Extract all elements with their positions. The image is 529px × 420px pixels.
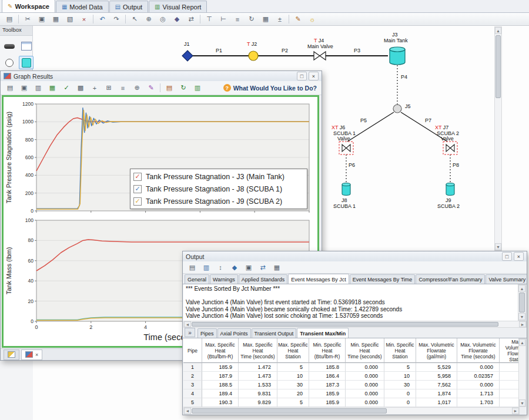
junction-label[interactable]: Main Valve: [307, 43, 333, 49]
pipe-label[interactable]: P3: [354, 48, 360, 53]
table-row[interactable]: 4189.49.83120185.90.00001,8741.713: [183, 389, 520, 398]
refresh-icon[interactable]: ↻: [177, 82, 190, 94]
tab-model-data[interactable]: ▦Model Data: [56, 1, 109, 12]
junction-J7-valve-icon[interactable]: [443, 142, 457, 154]
scroll-up-icon[interactable]: ▲: [519, 339, 525, 346]
format-icon[interactable]: ✎: [145, 82, 158, 94]
junction-label[interactable]: XT J7: [435, 125, 448, 130]
output-window-titlebar[interactable]: Output □ ×: [183, 251, 527, 262]
paste-icon[interactable]: ▦: [49, 14, 62, 25]
table-vertical-scrollbar[interactable]: ▲ ▼: [518, 338, 526, 407]
column-header[interactable]: Max. SpecificHeat(Btu/lbm-R): [202, 338, 239, 363]
restore-window-icon[interactable]: □: [502, 252, 512, 261]
column-header[interactable]: Max. SpecificHeatTime (seconds): [239, 338, 277, 363]
close-window-icon[interactable]: ×: [309, 72, 319, 80]
duplicate-icon[interactable]: ▧: [63, 14, 76, 25]
highlight-icon[interactable]: ☼: [306, 14, 319, 25]
table-tab-pipes[interactable]: Pipes: [197, 328, 217, 338]
delete-icon[interactable]: ×: [78, 14, 91, 25]
scroll-left-icon[interactable]: ◄: [184, 321, 191, 327]
scrollbar-thumb[interactable]: [192, 408, 387, 414]
pipe-label[interactable]: P7: [425, 117, 431, 123]
tab-visual-report[interactable]: ▥Visual Report: [149, 1, 207, 12]
junction-label[interactable]: J9: [446, 197, 451, 203]
pipe-label[interactable]: P1: [216, 48, 222, 53]
undo-icon[interactable]: ↶: [96, 14, 109, 25]
export-data-icon[interactable]: ▥: [32, 82, 45, 94]
help-prompt[interactable]: ? What Would You Like to Do?: [223, 84, 319, 92]
annotation-icon[interactable]: ✎: [292, 14, 304, 25]
scroll-down-icon[interactable]: ▼: [518, 313, 525, 320]
scroll-up-icon[interactable]: ▲: [495, 27, 501, 34]
junction-label[interactable]: Main Tank: [384, 38, 408, 43]
grid-lines-icon[interactable]: ≡: [116, 82, 129, 94]
legend-checkbox[interactable]: ✓: [133, 173, 142, 181]
junction-label[interactable]: J5: [405, 103, 411, 109]
junction-J1-assigned-pressure-icon[interactable]: [182, 51, 193, 61]
column-header[interactable]: Max. VolumetricFlowrateStation: [500, 338, 520, 363]
graph-tab-1[interactable]: [4, 350, 19, 360]
overview-map-icon[interactable]: ⇄: [185, 14, 197, 25]
column-header[interactable]: Max. VolumetricFlowrate(gal/min): [416, 338, 457, 363]
pipe-label[interactable]: P8: [453, 162, 459, 168]
legend-checkbox[interactable]: ✓: [133, 185, 142, 193]
messages-vertical-scrollbar[interactable]: ▲ ▼: [518, 284, 526, 321]
table-tab-transient-output[interactable]: Transient Output: [252, 328, 297, 338]
output-tab-valve-summary[interactable]: Valve Summary: [486, 274, 527, 284]
annotation-tool[interactable]: [19, 39, 34, 53]
sort-icon[interactable]: ↕: [214, 261, 227, 273]
select-arrow-icon[interactable]: ↖: [128, 14, 141, 25]
parameters-icon[interactable]: ✓: [60, 82, 73, 94]
grid-icon[interactable]: ▦: [259, 14, 272, 25]
junction-label[interactable]: T J2: [247, 41, 257, 47]
scrollbar-thumb[interactable]: [192, 322, 498, 327]
column-header[interactable]: Min. SpecificHeatStation: [384, 338, 416, 363]
junction-label[interactable]: J8: [341, 197, 347, 203]
restore-window-icon[interactable]: □: [297, 72, 307, 80]
scroll-left-icon[interactable]: ◄: [184, 408, 191, 414]
pipe-label[interactable]: P2: [282, 48, 288, 53]
pipe-P5[interactable]: [347, 112, 394, 142]
print-output-icon[interactable]: ▥: [200, 261, 213, 273]
save-graph-icon[interactable]: ▥: [191, 82, 204, 94]
close-tab-icon[interactable]: ×: [35, 352, 38, 358]
find-icon[interactable]: ◆: [170, 14, 183, 25]
rotate-icon[interactable]: ↻: [245, 14, 258, 25]
print-graph-icon[interactable]: ▤: [163, 82, 176, 94]
column-header[interactable]: Min. SpecificHeat(Btu/lbm-R): [309, 338, 346, 363]
cut-icon[interactable]: ✂: [21, 14, 34, 25]
table-tab-axial-points[interactable]: Axial Points: [217, 328, 251, 338]
pipe-drawing-icon[interactable]: ⊢: [217, 14, 230, 25]
align-icon[interactable]: ⊤: [203, 14, 216, 25]
output-tab-general[interactable]: General: [185, 274, 209, 284]
junction-label[interactable]: T J4: [314, 38, 324, 43]
column-header[interactable]: Min. SpecificHeatTime (seconds): [346, 338, 384, 363]
column-header[interactable]: Pipe: [183, 338, 202, 363]
tab-output[interactable]: ▤Output: [109, 1, 148, 12]
column-header[interactable]: Max. SpecificHeatStation: [277, 338, 309, 363]
pipe-label[interactable]: P4: [401, 74, 407, 80]
axes-icon[interactable]: ⊞: [102, 82, 115, 94]
junction-label[interactable]: J3: [392, 32, 398, 38]
tab-workspace[interactable]: ✎Workspace: [2, 0, 55, 12]
pipe-label[interactable]: P6: [349, 162, 355, 168]
output-tab-event-messages-by-time[interactable]: Event Messages By Time: [350, 274, 416, 284]
scrollbar-thumb[interactable]: [519, 293, 525, 313]
pipe-tool[interactable]: [2, 39, 16, 53]
junction-J4-valve-icon[interactable]: [314, 52, 326, 60]
scale-icon[interactable]: ±: [273, 14, 286, 25]
table-row[interactable]: 1185.91.4725185.80.00055,5290.000: [183, 363, 520, 372]
junction-J3-tank-icon[interactable]: [390, 47, 405, 65]
export-output-icon[interactable]: ▤: [186, 261, 199, 273]
expand-section-icon[interactable]: »: [185, 328, 195, 337]
scrollbar-thumb[interactable]: [495, 35, 501, 98]
graph-list-icon[interactable]: ▤: [4, 82, 16, 94]
zoom-extents-icon[interactable]: ◎: [156, 14, 169, 25]
junction-label[interactable]: J1: [184, 41, 190, 47]
table-horizontal-scrollbar[interactable]: ◄ ►: [183, 407, 520, 415]
zoom-graph-icon[interactable]: ⊕: [130, 82, 143, 94]
junction-label[interactable]: XT J6: [332, 125, 345, 130]
output-tab-applied-standards[interactable]: Applied Standards: [239, 274, 288, 284]
crosshair-icon[interactable]: +: [88, 82, 101, 94]
messages-horizontal-scrollbar[interactable]: ◄ ►: [183, 321, 527, 328]
